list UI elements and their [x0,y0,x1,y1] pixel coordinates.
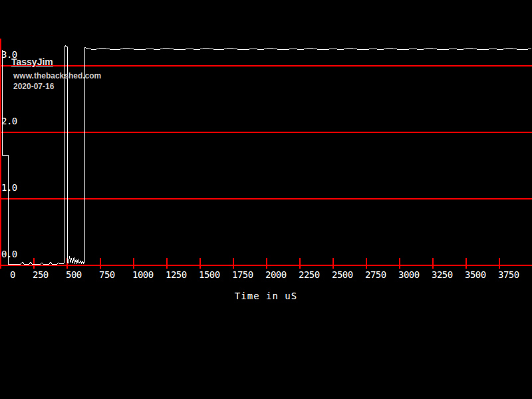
watermark-date: 2020-07-16 [13,82,54,91]
x-tick-label: 2750 [365,270,386,279]
x-tick-label: 250 [33,270,49,279]
x-tick-label: 3000 [398,270,420,279]
waveform-canvas [0,0,532,399]
x-tick-label: 750 [99,270,115,279]
x-tick-label: 1000 [132,270,154,279]
x-tick-label: 2250 [299,270,320,279]
x-tick-label: 2000 [265,270,287,279]
y-tick-label: 1.0 [1,183,17,192]
x-tick-label: 2500 [332,270,353,279]
x-tick-label: 3750 [498,270,519,279]
watermark-username: TassyJim [11,57,53,67]
x-tick-label: 500 [66,270,82,279]
y-tick-label: 0.0 [1,249,17,259]
oscilloscope-screen: 0250500750100012501500175020002250250027… [0,0,532,399]
x-tick-label: 3250 [432,270,453,279]
watermark-website: www.thebackshed.com [13,71,101,80]
x-axis-title: Time in uS [0,291,532,301]
x-tick-label: 1750 [232,270,253,279]
x-tick-label: 3500 [465,270,486,279]
x-tick-label: 0 [10,270,15,279]
x-tick-label: 1250 [166,270,187,279]
y-tick-label: 2.0 [1,116,17,126]
x-tick-label: 1500 [199,270,220,279]
